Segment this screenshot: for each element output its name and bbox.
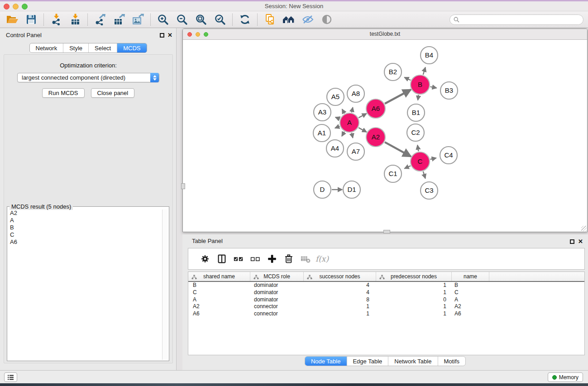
- cell-name[interactable]: C: [452, 289, 489, 296]
- zoom-fit-icon[interactable]: [191, 13, 210, 27]
- graph-node-B1[interactable]: B1: [407, 104, 425, 121]
- network-window-titlebar[interactable]: testGlobe.txt: [183, 29, 587, 40]
- result-item-c[interactable]: C: [8, 231, 162, 238]
- graph-node-A8[interactable]: A8: [347, 85, 364, 102]
- select-all-icon[interactable]: [230, 251, 247, 267]
- deselect-all-icon[interactable]: [247, 251, 263, 267]
- graph-node-A4[interactable]: A4: [326, 140, 344, 157]
- export-network-icon[interactable]: [91, 13, 110, 27]
- graph-node-C4[interactable]: C4: [440, 147, 457, 164]
- zoom-out-icon[interactable]: [172, 13, 191, 27]
- graph-edge-A-A7[interactable]: [352, 133, 353, 138]
- close-table-panel-icon[interactable]: ✕: [578, 238, 583, 245]
- tab-mcds[interactable]: MCDS: [117, 43, 146, 52]
- result-item-a2[interactable]: A2: [8, 210, 162, 217]
- graph-node-C1[interactable]: C1: [384, 165, 402, 182]
- zoom-selected-icon[interactable]: [210, 13, 229, 27]
- network-canvas[interactable]: AA1A2A3A4A5A6A7A8BB1B2B3B4CC1C2C3C4DD1: [183, 40, 587, 232]
- export-image-icon[interactable]: [129, 13, 148, 27]
- zoom-window-button[interactable]: [22, 4, 28, 10]
- graph-edge-A-A2[interactable]: [359, 128, 367, 132]
- graph-node-D1[interactable]: D1: [343, 181, 360, 198]
- cell-name[interactable]: A2: [452, 303, 489, 310]
- cell-predecessor-nodes[interactable]: 1: [376, 289, 452, 296]
- result-item-a6[interactable]: A6: [8, 238, 162, 246]
- graph-node-B2[interactable]: B2: [384, 63, 402, 81]
- column-header-shared-name[interactable]: shared name: [188, 272, 250, 281]
- column-header-successor-nodes[interactable]: successor nodes: [304, 272, 376, 281]
- tab-node-table[interactable]: Node Table: [305, 357, 347, 366]
- graph-edge-B-B1[interactable]: [418, 95, 419, 100]
- tab-network-table[interactable]: Network Table: [388, 357, 437, 366]
- graph-node-C2[interactable]: C2: [407, 124, 424, 141]
- graph-edge-A-A3[interactable]: [335, 117, 340, 119]
- cell-successor-nodes[interactable]: 1: [304, 303, 376, 310]
- table-settings-gear-icon[interactable]: [196, 251, 213, 267]
- minimize-window-button[interactable]: [13, 4, 19, 10]
- table-row-b[interactable]: Bdominator41B: [188, 282, 584, 289]
- tab-network[interactable]: Network: [29, 43, 63, 52]
- graph-edge-B-B4[interactable]: [423, 67, 425, 75]
- cell-name[interactable]: A: [452, 296, 489, 304]
- graph-edge-A-A8[interactable]: [352, 107, 353, 112]
- close-window-button[interactable]: [4, 4, 10, 10]
- close-panel-icon[interactable]: ✕: [167, 32, 172, 38]
- tab-select[interactable]: Select: [88, 43, 117, 52]
- task-history-button[interactable]: [4, 372, 17, 382]
- horizontal-scroll-thumb[interactable]: [383, 230, 390, 234]
- import-network-icon[interactable]: [47, 13, 66, 27]
- table-row-c[interactable]: Cdominator41C: [188, 289, 584, 296]
- export-table-icon[interactable]: [110, 13, 129, 27]
- mcds-result-scrollbar[interactable]: [162, 210, 168, 360]
- cell-mcds-role[interactable]: connector: [250, 303, 304, 310]
- optimization-criterion-select[interactable]: largest connected component (directed): [17, 73, 159, 82]
- graph-node-C3[interactable]: C3: [421, 182, 438, 199]
- zoom-in-icon[interactable]: [153, 13, 172, 27]
- network-minimize-button[interactable]: [196, 32, 200, 37]
- run-mcds-button[interactable]: Run MCDS: [42, 88, 85, 98]
- cell-predecessor-nodes[interactable]: 1: [376, 310, 452, 318]
- result-item-b[interactable]: B: [8, 224, 162, 231]
- float-panel-icon[interactable]: [160, 33, 164, 38]
- graph-edge-A-A1[interactable]: [335, 126, 339, 128]
- tab-motifs[interactable]: Motifs: [437, 357, 465, 366]
- cell-mcds-role[interactable]: dominator: [250, 289, 304, 296]
- hide-panel-eye-slash-icon[interactable]: [298, 13, 317, 27]
- graph-node-A7[interactable]: A7: [347, 143, 364, 160]
- save-session-icon[interactable]: [22, 13, 41, 27]
- open-session-icon[interactable]: [3, 13, 22, 27]
- cell-shared-name[interactable]: B: [188, 282, 250, 289]
- table-row-a[interactable]: Adominator80A: [188, 296, 584, 304]
- graph-node-C[interactable]: C: [411, 152, 430, 171]
- column-header-predecessor-nodes[interactable]: predecessor nodes: [376, 272, 452, 281]
- cell-name[interactable]: B: [452, 282, 489, 289]
- graph-edge-B-B2[interactable]: [404, 77, 411, 80]
- graph-node-A3[interactable]: A3: [314, 104, 331, 121]
- cell-shared-name[interactable]: C: [188, 289, 250, 296]
- cell-shared-name[interactable]: A6: [188, 310, 250, 318]
- show-columns-icon[interactable]: [213, 251, 230, 267]
- network-close-button[interactable]: [187, 32, 192, 37]
- cell-mcds-role[interactable]: connector: [250, 310, 304, 318]
- cell-mcds-role[interactable]: dominator: [250, 296, 304, 304]
- clone-network-icon[interactable]: [260, 13, 279, 27]
- graph-edge-C-C4[interactable]: [430, 158, 436, 159]
- network-zoom-button[interactable]: [204, 32, 208, 37]
- graph-node-B4[interactable]: B4: [421, 47, 438, 64]
- graph-node-A1[interactable]: A1: [313, 124, 330, 142]
- cell-predecessor-nodes[interactable]: 1: [376, 282, 452, 289]
- cell-name[interactable]: A6: [452, 310, 489, 318]
- graph-node-B3[interactable]: B3: [440, 82, 458, 99]
- graph-edge-A2-C[interactable]: [385, 142, 411, 157]
- table-row-a2[interactable]: A2connector11A2: [188, 303, 584, 310]
- graph-edge-C-C2[interactable]: [417, 145, 418, 152]
- graph-edge-A6-B[interactable]: [385, 90, 411, 104]
- show-all-networks-icon[interactable]: [279, 13, 298, 27]
- import-table-icon[interactable]: [66, 13, 85, 27]
- graph-edge-A-A6[interactable]: [359, 114, 366, 118]
- graph-edge-C-C3[interactable]: [423, 172, 425, 178]
- delete-column-trash-icon[interactable]: [280, 251, 297, 267]
- graph-edge-A-A4[interactable]: [342, 132, 344, 136]
- float-table-panel-icon[interactable]: [570, 239, 574, 244]
- column-header-name[interactable]: name: [452, 272, 489, 281]
